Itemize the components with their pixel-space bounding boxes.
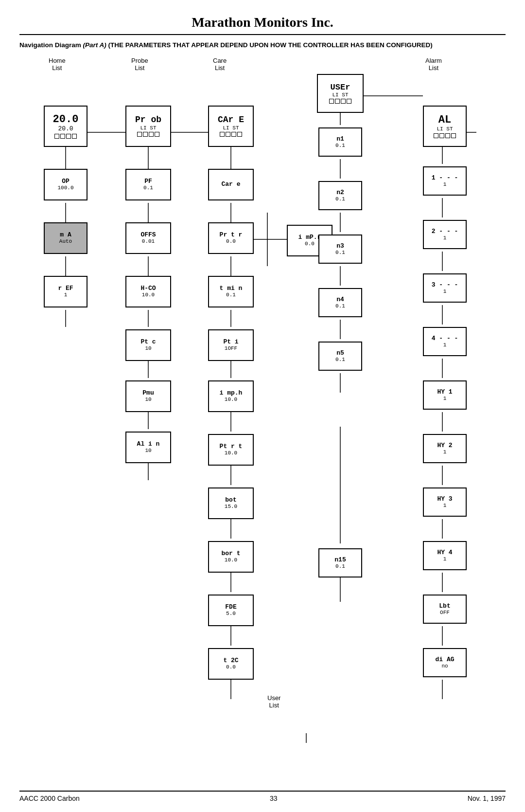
care-box: Car e — [208, 169, 254, 200]
footer-center: 33 — [270, 794, 278, 802]
a3-box: 3 - - - 1 — [423, 273, 467, 303]
hy2-box: HY 2 1 — [423, 434, 467, 463]
bot-box: bot 15.0 — [208, 487, 254, 519]
t2c-box: t 2C 0.0 — [208, 648, 254, 680]
n15-box: n15 0.1 — [318, 548, 362, 577]
ref-box: r EF 1 — [44, 276, 88, 307]
user-squares — [329, 99, 351, 104]
a4-box: 4 - - - 1 — [423, 327, 467, 356]
pti-box: Pt i 1OFF — [208, 329, 254, 361]
diag-box: di AG no — [423, 648, 467, 677]
subtitle: Navigation Diagram (Part A) (THE PARAMET… — [19, 41, 506, 50]
probe-main-box: Pr ob LI ST — [125, 106, 171, 147]
pf-box: PF 0.1 — [125, 169, 171, 200]
home-squares — [54, 134, 77, 139]
ptc-box: Pt c 10 — [125, 329, 171, 361]
user-list-label: UserList — [267, 694, 280, 709]
imph-box: i mp.h 10.0 — [208, 380, 254, 412]
prtr-box: Pr t r 0.0 — [208, 222, 254, 254]
bort-box: bor t 10.0 — [208, 541, 254, 573]
n5-box: n5 0.1 — [318, 342, 362, 371]
a1-box: 1 - - - 1 — [423, 166, 467, 196]
ma-box: m A Auto — [44, 222, 88, 254]
tmin-box: t mi n 0.1 — [208, 276, 254, 307]
care-squares — [220, 132, 242, 137]
offs-box: OFFS 0.01 — [125, 222, 171, 254]
probe-squares — [137, 132, 159, 137]
home-main-box: 20.0 20.0 — [44, 106, 88, 147]
a2-box: 2 - - - 1 — [423, 220, 467, 249]
footer: AACC 2000 Carbon 33 Nov. 1, 1997 — [19, 791, 506, 802]
pmu-box: Pmu 10 — [125, 380, 171, 412]
col-header-care: Care List — [213, 57, 227, 72]
alarm-squares — [434, 133, 456, 138]
footer-left: AACC 2000 Carbon — [19, 794, 80, 802]
footer-right: Nov. 1, 1997 — [468, 794, 506, 802]
n2-box: n2 0.1 — [318, 181, 362, 210]
lbt-box: Lbt OFF — [423, 595, 467, 624]
op-box: OP 100.0 — [44, 169, 88, 200]
hco-box: H-CO 10.0 — [125, 276, 171, 307]
fde-box: FDE 5.0 — [208, 595, 254, 626]
col-header-alarm: Alarm List — [425, 57, 442, 72]
hy3-box: HY 3 1 — [423, 487, 467, 517]
diagram-area: Home List Probe List Care List Alarm Lis… — [19, 57, 506, 772]
n4-box: n4 0.1 — [318, 288, 362, 317]
alin-box: Al i n 10 — [125, 432, 171, 463]
care-main-box: CAr E LI ST — [208, 106, 254, 147]
hy4-box: HY 4 1 — [423, 541, 467, 570]
user-main-box: USEr LI ST — [317, 74, 364, 113]
n1-box: n1 0.1 — [318, 127, 362, 157]
n3-box: n3 0.1 — [318, 235, 362, 264]
col-header-probe: Probe List — [131, 57, 148, 72]
ptrt-box: Pt r t 10.0 — [208, 434, 254, 466]
page-title: Marathon Monitors Inc. — [19, 15, 506, 30]
hy1-box: HY 1 1 — [423, 380, 467, 410]
col-header-home: Home List — [49, 57, 66, 72]
alarm-main-box: AL LI ST — [423, 106, 467, 147]
